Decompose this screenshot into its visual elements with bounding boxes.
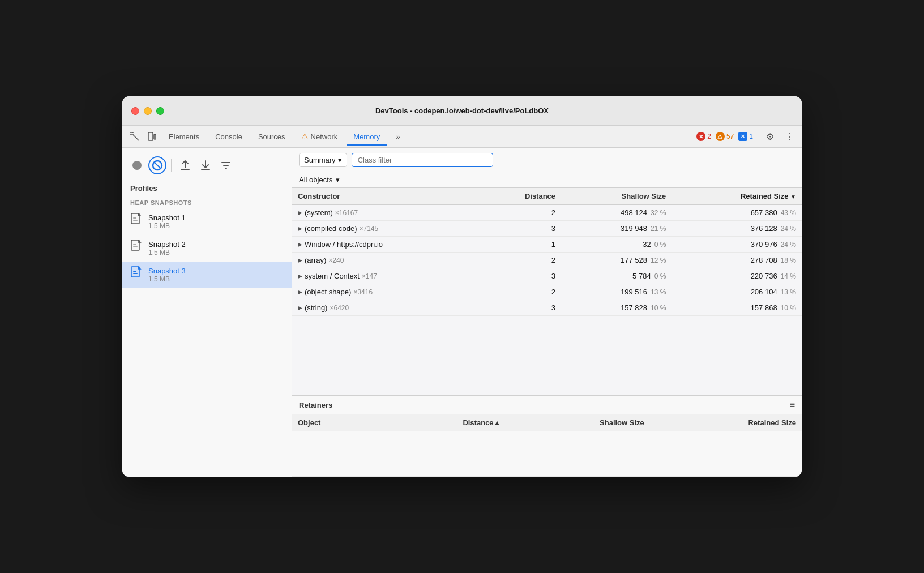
tab-bar: Elements Console Sources ⚠ Network Memor…	[122, 126, 802, 148]
svg-rect-16	[133, 244, 136, 245]
expand-arrow-2[interactable]: ▶	[298, 241, 302, 247]
minimize-button[interactable]	[144, 107, 152, 115]
expand-arrow-4[interactable]: ▶	[298, 273, 302, 279]
more-options-icon[interactable]: ⋮	[781, 129, 797, 144]
all-objects-select[interactable]: All objects ▾	[299, 176, 340, 184]
table-row[interactable]: ▶ (system) ×16167 2 498 12432 % 657 3804…	[292, 205, 802, 221]
memory-toolbar	[122, 153, 292, 178]
main-content: Summary ▾ All objects ▾ Constructor	[292, 148, 802, 477]
tab-elements[interactable]: Elements	[162, 129, 206, 144]
svg-point-4	[132, 161, 142, 170]
class-filter-input[interactable]	[352, 153, 493, 167]
cell-constructor-5: ▶ (object shape) ×3416	[292, 284, 480, 300]
devtools-window: DevTools - codepen.io/web-dot-dev/live/P…	[122, 96, 802, 477]
cell-retained-0: 657 38043 %	[671, 205, 802, 221]
cell-distance-1: 3	[480, 221, 561, 237]
col-distance[interactable]: Distance	[480, 188, 561, 205]
table-row[interactable]: ▶ (string) ×6420 3 157 82810 % 157 86810…	[292, 300, 802, 316]
retainers-header-row: Object Distance▲ Shallow Size Retained S…	[292, 414, 802, 431]
cell-constructor-0: ▶ (system) ×16167	[292, 205, 480, 221]
filter-row: All objects ▾	[292, 172, 802, 188]
expand-arrow-0[interactable]: ▶	[298, 209, 302, 216]
tab-network[interactable]: ⚠ Network	[294, 129, 345, 144]
svg-rect-10	[223, 165, 229, 166]
ret-col-shallow[interactable]: Shallow Size	[506, 414, 649, 431]
retainers-label: Retainers	[299, 401, 332, 409]
tab-badges: ✕ 2 ⚠ 57 ✕ 1 ⚙ ⋮	[696, 129, 797, 144]
snapshot-3-size: 1.5 MB	[148, 275, 284, 283]
cell-retained-2: 370 97624 %	[671, 237, 802, 253]
ret-col-object[interactable]: Object	[292, 414, 380, 431]
table-row[interactable]: ▶ Window / https://cdpn.io 1 320 % 370 9…	[292, 237, 802, 253]
heap-table: Constructor Distance Shallow Size Retain…	[292, 188, 802, 316]
cell-constructor-1: ▶ (compiled code) ×7145	[292, 221, 480, 237]
tab-sources[interactable]: Sources	[251, 129, 292, 144]
error-icon: ✕	[696, 132, 705, 141]
cell-constructor-4: ▶ system / Context ×147	[292, 268, 480, 284]
cell-shallow-4: 5 7840 %	[561, 268, 671, 284]
clear-button[interactable]	[148, 156, 166, 174]
svg-rect-9	[221, 162, 230, 163]
network-warning-icon: ⚠	[301, 132, 309, 141]
toolbar-separator	[171, 159, 172, 172]
cell-retained-3: 278 70818 %	[671, 253, 802, 268]
cell-retained-4: 220 73614 %	[671, 268, 802, 284]
svg-rect-19	[133, 271, 136, 272]
cell-constructor-2: ▶ Window / https://cdpn.io	[292, 237, 480, 253]
cell-retained-1: 376 12824 %	[671, 221, 802, 237]
summary-select[interactable]: Summary ▾	[299, 153, 347, 167]
cell-constructor-6: ▶ (string) ×6420	[292, 300, 480, 316]
main-toolbar: Summary ▾	[292, 148, 802, 172]
snapshot-1[interactable]: Snapshot 1 1.5 MB	[122, 208, 292, 235]
cell-shallow-6: 157 82810 %	[561, 300, 671, 316]
tab-more[interactable]: »	[389, 129, 407, 144]
snapshot-2-size: 1.5 MB	[148, 249, 284, 256]
cell-shallow-5: 199 51613 %	[561, 284, 671, 300]
error-badge: ✕ 2	[696, 132, 711, 141]
cell-distance-5: 2	[480, 284, 561, 300]
tab-memory[interactable]: Memory	[346, 129, 387, 146]
download-button[interactable]	[196, 156, 215, 174]
heap-table-container: Constructor Distance Shallow Size Retain…	[292, 188, 802, 395]
inspect-icon[interactable]	[127, 129, 143, 144]
expand-arrow-3[interactable]: ▶	[298, 257, 302, 263]
table-row[interactable]: ▶ (array) ×240 2 177 52812 % 278 70818 %	[292, 253, 802, 268]
ret-col-retained[interactable]: Retained Size	[650, 414, 802, 431]
expand-arrow-5[interactable]: ▶	[298, 289, 302, 295]
svg-rect-17	[133, 246, 138, 247]
expand-arrow-6[interactable]: ▶	[298, 305, 302, 311]
device-icon[interactable]	[144, 129, 160, 144]
snapshot-2-name: Snapshot 2	[148, 240, 284, 249]
snapshot-3-info: Snapshot 3 1.5 MB	[148, 267, 284, 283]
snapshot-1-size: 1.5 MB	[148, 222, 284, 230]
tab-console[interactable]: Console	[208, 129, 249, 144]
settings-icon[interactable]: ⚙	[762, 129, 778, 144]
snapshot-2[interactable]: Snapshot 2 1.5 MB	[122, 235, 292, 262]
expand-arrow-1[interactable]: ▶	[298, 225, 302, 232]
record-button[interactable]	[128, 156, 146, 174]
warning-badge: ⚠ 57	[716, 132, 734, 141]
snapshot-3[interactable]: Snapshot 3 1.5 MB	[122, 262, 292, 288]
cell-retained-6: 157 86810 %	[671, 300, 802, 316]
col-retained[interactable]: Retained Size ▼	[671, 188, 802, 205]
col-constructor[interactable]: Constructor	[292, 188, 480, 205]
table-row[interactable]: ▶ (compiled code) ×7145 3 319 94821 % 37…	[292, 221, 802, 237]
retainers-menu-icon[interactable]: ≡	[790, 400, 795, 410]
all-objects-chevron: ▾	[336, 176, 340, 184]
col-shallow[interactable]: Shallow Size	[561, 188, 671, 205]
upload-button[interactable]	[176, 156, 194, 174]
warning-icon: ⚠	[716, 132, 725, 141]
tab-settings: ⚙ ⋮	[762, 129, 797, 144]
table-header-row: Constructor Distance Shallow Size Retain…	[292, 188, 802, 205]
maximize-button[interactable]	[156, 107, 164, 115]
table-row[interactable]: ▶ (object shape) ×3416 2 199 51613 % 206…	[292, 284, 802, 300]
filter-button[interactable]	[217, 156, 235, 174]
svg-rect-2	[148, 132, 153, 140]
cell-retained-5: 206 10413 %	[671, 284, 802, 300]
svg-line-6	[155, 163, 160, 168]
svg-rect-13	[133, 217, 136, 219]
ret-col-distance[interactable]: Distance▲	[380, 414, 506, 431]
snapshot-icon-1	[130, 213, 143, 230]
table-row[interactable]: ▶ system / Context ×147 3 5 7840 % 220 7…	[292, 268, 802, 284]
close-button[interactable]	[131, 107, 139, 115]
